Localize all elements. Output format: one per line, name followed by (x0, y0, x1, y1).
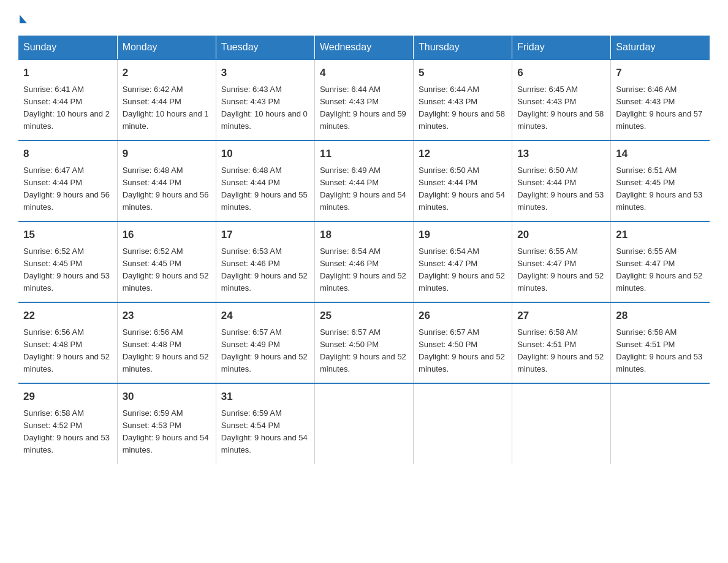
calendar-cell: 25Sunrise: 6:57 AMSunset: 4:50 PMDayligh… (314, 302, 413, 383)
day-info: Sunrise: 6:55 AMSunset: 4:47 PMDaylight:… (517, 245, 605, 295)
day-number: 22 (23, 308, 112, 324)
calendar-cell: 1Sunrise: 6:41 AMSunset: 4:44 PMDaylight… (18, 59, 117, 140)
weekday-header-saturday: Saturday (611, 36, 710, 59)
day-number: 28 (616, 308, 705, 324)
day-info: Sunrise: 6:53 AMSunset: 4:46 PMDaylight:… (221, 245, 309, 295)
day-number: 11 (320, 146, 408, 162)
calendar-cell: 20Sunrise: 6:55 AMSunset: 4:47 PMDayligh… (512, 221, 611, 302)
calendar-week-row: 29Sunrise: 6:58 AMSunset: 4:52 PMDayligh… (18, 383, 710, 464)
day-number: 10 (221, 146, 309, 162)
day-number: 16 (123, 227, 211, 243)
day-number: 25 (320, 308, 408, 324)
day-info: Sunrise: 6:44 AMSunset: 4:43 PMDaylight:… (419, 83, 507, 133)
day-number: 27 (517, 308, 605, 324)
day-number: 30 (123, 389, 211, 405)
calendar-cell (611, 383, 710, 464)
day-number: 4 (320, 65, 408, 81)
day-info: Sunrise: 6:59 AMSunset: 4:54 PMDaylight:… (221, 407, 309, 457)
day-number: 29 (23, 389, 112, 405)
day-number: 23 (123, 308, 211, 324)
day-info: Sunrise: 6:55 AMSunset: 4:47 PMDaylight:… (616, 245, 705, 295)
day-number: 7 (616, 65, 705, 81)
day-info: Sunrise: 6:54 AMSunset: 4:46 PMDaylight:… (320, 245, 408, 295)
calendar-cell: 19Sunrise: 6:54 AMSunset: 4:47 PMDayligh… (414, 221, 512, 302)
calendar-cell (314, 383, 413, 464)
day-info: Sunrise: 6:59 AMSunset: 4:53 PMDaylight:… (123, 407, 211, 457)
calendar-cell: 14Sunrise: 6:51 AMSunset: 4:45 PMDayligh… (611, 140, 710, 221)
day-number: 14 (616, 146, 705, 162)
day-info: Sunrise: 6:50 AMSunset: 4:44 PMDaylight:… (419, 164, 507, 214)
day-info: Sunrise: 6:54 AMSunset: 4:47 PMDaylight:… (419, 245, 507, 295)
day-number: 1 (23, 65, 112, 81)
day-number: 9 (123, 146, 211, 162)
calendar-cell: 16Sunrise: 6:52 AMSunset: 4:45 PMDayligh… (117, 221, 216, 302)
weekday-header-monday: Monday (117, 36, 216, 59)
calendar-cell (512, 383, 611, 464)
calendar-cell: 17Sunrise: 6:53 AMSunset: 4:46 PMDayligh… (216, 221, 314, 302)
weekday-header-friday: Friday (512, 36, 611, 59)
calendar-cell: 30Sunrise: 6:59 AMSunset: 4:53 PMDayligh… (117, 383, 216, 464)
calendar-cell: 13Sunrise: 6:50 AMSunset: 4:44 PMDayligh… (512, 140, 611, 221)
calendar-cell: 9Sunrise: 6:48 AMSunset: 4:44 PMDaylight… (117, 140, 216, 221)
calendar-cell: 8Sunrise: 6:47 AMSunset: 4:44 PMDaylight… (18, 140, 117, 221)
calendar-cell: 29Sunrise: 6:58 AMSunset: 4:52 PMDayligh… (18, 383, 117, 464)
day-info: Sunrise: 6:56 AMSunset: 4:48 PMDaylight:… (123, 326, 211, 376)
day-number: 6 (517, 65, 605, 81)
day-info: Sunrise: 6:48 AMSunset: 4:44 PMDaylight:… (123, 164, 211, 214)
day-info: Sunrise: 6:51 AMSunset: 4:45 PMDaylight:… (616, 164, 705, 214)
day-info: Sunrise: 6:47 AMSunset: 4:44 PMDaylight:… (23, 164, 112, 214)
day-info: Sunrise: 6:50 AMSunset: 4:44 PMDaylight:… (517, 164, 605, 214)
day-number: 19 (419, 227, 507, 243)
calendar-cell: 6Sunrise: 6:45 AMSunset: 4:43 PMDaylight… (512, 59, 611, 140)
weekday-header-sunday: Sunday (18, 36, 117, 59)
calendar-week-row: 15Sunrise: 6:52 AMSunset: 4:45 PMDayligh… (18, 221, 710, 302)
page-header (18, 12, 710, 23)
logo-triangle-icon (20, 15, 27, 23)
day-number: 18 (320, 227, 408, 243)
calendar-week-row: 1Sunrise: 6:41 AMSunset: 4:44 PMDaylight… (18, 59, 710, 140)
day-info: Sunrise: 6:57 AMSunset: 4:50 PMDaylight:… (419, 326, 507, 376)
calendar-cell: 10Sunrise: 6:48 AMSunset: 4:44 PMDayligh… (216, 140, 314, 221)
day-number: 3 (221, 65, 309, 81)
calendar-week-row: 22Sunrise: 6:56 AMSunset: 4:48 PMDayligh… (18, 302, 710, 383)
calendar-cell: 4Sunrise: 6:44 AMSunset: 4:43 PMDaylight… (314, 59, 413, 140)
day-number: 21 (616, 227, 705, 243)
calendar-cell: 22Sunrise: 6:56 AMSunset: 4:48 PMDayligh… (18, 302, 117, 383)
calendar-week-row: 8Sunrise: 6:47 AMSunset: 4:44 PMDaylight… (18, 140, 710, 221)
day-number: 2 (123, 65, 211, 81)
calendar-cell: 2Sunrise: 6:42 AMSunset: 4:44 PMDaylight… (117, 59, 216, 140)
day-info: Sunrise: 6:57 AMSunset: 4:49 PMDaylight:… (221, 326, 309, 376)
calendar-cell: 11Sunrise: 6:49 AMSunset: 4:44 PMDayligh… (314, 140, 413, 221)
day-number: 13 (517, 146, 605, 162)
day-info: Sunrise: 6:57 AMSunset: 4:50 PMDaylight:… (320, 326, 408, 376)
day-info: Sunrise: 6:49 AMSunset: 4:44 PMDaylight:… (320, 164, 408, 214)
calendar-cell: 5Sunrise: 6:44 AMSunset: 4:43 PMDaylight… (414, 59, 512, 140)
day-info: Sunrise: 6:52 AMSunset: 4:45 PMDaylight:… (23, 245, 112, 295)
calendar-cell: 21Sunrise: 6:55 AMSunset: 4:47 PMDayligh… (611, 221, 710, 302)
calendar-cell: 24Sunrise: 6:57 AMSunset: 4:49 PMDayligh… (216, 302, 314, 383)
calendar-header-row: SundayMondayTuesdayWednesdayThursdayFrid… (18, 36, 710, 59)
logo (18, 12, 27, 23)
day-number: 15 (23, 227, 112, 243)
calendar-cell: 23Sunrise: 6:56 AMSunset: 4:48 PMDayligh… (117, 302, 216, 383)
day-info: Sunrise: 6:56 AMSunset: 4:48 PMDaylight:… (23, 326, 112, 376)
day-number: 24 (221, 308, 309, 324)
day-info: Sunrise: 6:46 AMSunset: 4:43 PMDaylight:… (616, 83, 705, 133)
day-number: 5 (419, 65, 507, 81)
day-info: Sunrise: 6:48 AMSunset: 4:44 PMDaylight:… (221, 164, 309, 214)
weekday-header-thursday: Thursday (414, 36, 512, 59)
day-number: 17 (221, 227, 309, 243)
day-info: Sunrise: 6:58 AMSunset: 4:51 PMDaylight:… (616, 326, 705, 376)
calendar-cell: 18Sunrise: 6:54 AMSunset: 4:46 PMDayligh… (314, 221, 413, 302)
calendar-cell: 12Sunrise: 6:50 AMSunset: 4:44 PMDayligh… (414, 140, 512, 221)
day-info: Sunrise: 6:41 AMSunset: 4:44 PMDaylight:… (23, 83, 112, 133)
calendar-cell: 3Sunrise: 6:43 AMSunset: 4:43 PMDaylight… (216, 59, 314, 140)
day-info: Sunrise: 6:43 AMSunset: 4:43 PMDaylight:… (221, 83, 309, 133)
calendar-cell: 27Sunrise: 6:58 AMSunset: 4:51 PMDayligh… (512, 302, 611, 383)
day-number: 12 (419, 146, 507, 162)
day-info: Sunrise: 6:58 AMSunset: 4:52 PMDaylight:… (23, 407, 112, 457)
day-info: Sunrise: 6:52 AMSunset: 4:45 PMDaylight:… (123, 245, 211, 295)
calendar-cell (414, 383, 512, 464)
weekday-header-tuesday: Tuesday (216, 36, 314, 59)
day-info: Sunrise: 6:44 AMSunset: 4:43 PMDaylight:… (320, 83, 408, 133)
